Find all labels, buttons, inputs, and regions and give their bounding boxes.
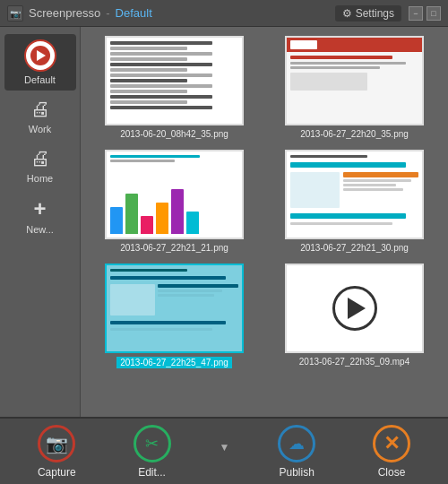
maximize-button[interactable]: □	[426, 6, 441, 21]
sidebar-item-default-label: Default	[24, 74, 56, 85]
dropdown-arrow[interactable]: ▼	[219, 441, 229, 454]
camera-icon: 📷	[46, 433, 68, 454]
video-play-icon	[332, 286, 377, 331]
thumbnail-grid: 2013-06-20_08h42_35.png	[90, 36, 439, 368]
default-icon-inner	[30, 46, 50, 65]
printer-icon-work: 🖨	[30, 98, 50, 121]
thumbnail-image	[105, 264, 244, 353]
sidebar-item-home[interactable]: 🖨 Home	[4, 142, 76, 189]
window-controls: − □	[409, 6, 441, 21]
printer-icon-home: 🖨	[30, 147, 50, 170]
thumbnail-image	[285, 36, 424, 125]
sidebar-item-home-label: Home	[27, 173, 53, 184]
main-area: Default 🖨 Work 🖨 Home + New...	[0, 27, 448, 417]
thumbnail-image	[105, 150, 244, 239]
thumbnail-item[interactable]: 2013-06-27_22h21_21.png	[90, 150, 259, 253]
thumbnail-label: 2013-06-27_22h25_47.png	[116, 357, 232, 368]
thumbnail-item-video[interactable]: 2013-06-27_22h35_09.mp4	[270, 264, 439, 368]
capture-button[interactable]: 📷 Capture	[29, 419, 85, 484]
web-logo	[290, 40, 317, 49]
capture-label: Capture	[38, 466, 76, 479]
close-button[interactable]: ✕ Close	[364, 419, 419, 484]
thumbnail-label: 2013-06-27_22h20_35.png	[300, 129, 409, 139]
svg-text:📷: 📷	[10, 8, 22, 20]
upload-icon: ☁	[289, 434, 305, 454]
title-left: 📷 Screenpresso - Default	[7, 5, 152, 22]
sidebar: Default 🖨 Work 🖨 Home + New...	[0, 27, 81, 417]
sidebar-item-work-label: Work	[29, 124, 51, 134]
close-circle: ✕	[373, 425, 410, 462]
thumbnail-image	[105, 36, 244, 125]
bottom-bar: 📷 Capture ✂ Edit... ▼ ☁ Publish ✕ Close	[0, 417, 448, 484]
plus-icon: +	[33, 196, 46, 221]
close-label: Close	[378, 466, 406, 479]
thumbnail-label: 2013-06-27_22h21_30.png	[300, 243, 409, 253]
settings-label: Settings	[356, 7, 394, 20]
app-title: Screenpresso	[29, 6, 100, 20]
settings-button[interactable]: ⚙ Settings	[335, 5, 401, 22]
gear-icon: ⚙	[342, 7, 352, 20]
sidebar-item-default[interactable]: Default	[4, 34, 76, 91]
publish-circle: ☁	[278, 425, 315, 462]
close-x-icon: ✕	[383, 432, 400, 455]
minimize-button[interactable]: −	[409, 6, 423, 21]
title-bar: 📷 Screenpresso - Default ⚙ Settings − □	[0, 0, 448, 27]
thumbnail-label: 2013-06-27_22h35_09.mp4	[299, 357, 409, 367]
default-icon	[24, 39, 56, 72]
play-arrow-icon	[348, 298, 366, 319]
publish-label: Publish	[279, 466, 314, 479]
edit-tools-icon: ✂	[145, 434, 159, 454]
thumbnail-item[interactable]: 2013-06-27_22h21_30.png	[270, 150, 439, 253]
thumbnail-label: 2013-06-20_08h42_35.png	[120, 129, 228, 139]
profile-name: Default	[116, 6, 152, 20]
sidebar-item-new[interactable]: + New...	[4, 191, 76, 240]
thumbnail-item[interactable]: 2013-06-27_22h20_35.png	[270, 36, 439, 139]
edit-circle: ✂	[134, 425, 171, 462]
title-separator: -	[106, 6, 109, 20]
thumbnail-label: 2013-06-27_22h21_21.png	[120, 243, 228, 253]
edit-button[interactable]: ✂ Edit...	[125, 419, 180, 484]
sidebar-item-work[interactable]: 🖨 Work	[4, 92, 76, 140]
thumbnail-image	[285, 264, 424, 353]
edit-label: Edit...	[138, 466, 166, 479]
app-icon: 📷	[7, 5, 23, 22]
play-arrow-icon	[37, 50, 46, 61]
publish-button[interactable]: ☁ Publish	[269, 419, 324, 484]
thumbnail-item[interactable]: 2013-06-20_08h42_35.png	[90, 36, 259, 139]
thumbnail-item-selected[interactable]: 2013-06-27_22h25_47.png	[90, 264, 259, 368]
sidebar-item-new-label: New...	[26, 224, 54, 235]
capture-circle: 📷	[38, 425, 75, 462]
content-area: 2013-06-20_08h42_35.png	[81, 27, 448, 417]
thumbnail-image	[285, 150, 424, 239]
